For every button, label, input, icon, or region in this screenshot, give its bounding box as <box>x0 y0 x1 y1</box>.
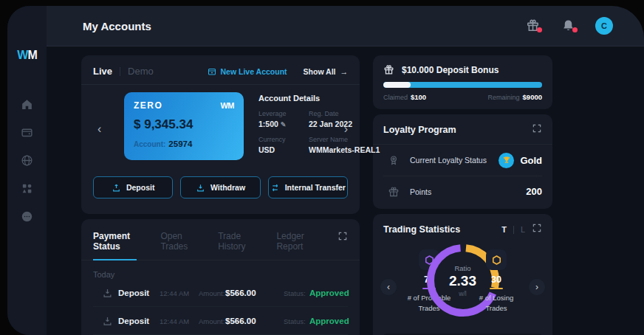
loyalty-panel: Loyalty Program Current Loyalty Status G… <box>373 114 552 209</box>
detail-server-name: Server Name WMMarkets-REAL1 <box>309 136 357 154</box>
claimed-group: Claimed$100 <box>383 93 426 101</box>
logo-letter-w: W <box>17 49 27 61</box>
detail-currency: Currency USD <box>258 136 303 154</box>
home-icon[interactable] <box>21 97 34 111</box>
globe-icon[interactable] <box>21 153 34 167</box>
stats-next-icon[interactable]: › <box>529 279 545 295</box>
toggle-trades[interactable]: T <box>501 225 507 234</box>
toggle-lots[interactable]: L <box>521 225 525 234</box>
detail-label: Server Name <box>309 136 357 143</box>
points-gift-icon <box>388 186 400 198</box>
account-number-row: Account:25974 <box>134 139 234 148</box>
stats-prev-icon[interactable]: ‹ <box>380 279 397 295</box>
tab-payment-status[interactable]: Payment Status <box>93 231 137 260</box>
account-carousel: ‹ ZERO WM $ 9,345.34 Account:25974 Accou… <box>93 91 348 168</box>
hexagon-yellow-icon <box>486 249 507 270</box>
tab-ledger-report[interactable]: Ledger Report <box>276 231 314 259</box>
card-brand-logo: WM <box>220 101 234 110</box>
internal-transfer-button[interactable]: Internal Transfer <box>268 176 348 198</box>
tab-trade-history[interactable]: Trade History <box>218 231 253 259</box>
accounts-header: Live Demo New Live Account Show All → <box>93 66 348 77</box>
transfer-arrows-icon <box>270 183 280 193</box>
claimed-value: $100 <box>411 93 426 101</box>
payment-time: 12:44 AM <box>160 317 189 325</box>
points-value: 200 <box>526 186 542 197</box>
left-column: Live Demo New Live Account Show All → <box>81 55 360 335</box>
main-area: My Accounts C Live Demo <box>47 6 644 335</box>
notifications-bell-icon[interactable] <box>561 18 576 33</box>
wallet-icon[interactable] <box>21 125 34 139</box>
payments-tabs: Payment Status Open Trades Trade History… <box>81 229 360 260</box>
expand-icon[interactable] <box>532 223 542 236</box>
new-account-card-icon <box>208 67 216 76</box>
payment-type: Deposit <box>118 289 149 297</box>
brand-logo[interactable]: WM <box>17 49 36 62</box>
withdraw-button[interactable]: Withdraw <box>180 176 260 198</box>
deposit-bonus-panel: $10.000 Deposit Bonus Claimed$100 Remain… <box>373 55 552 109</box>
status-badge: Approved <box>309 317 349 325</box>
right-column: $10.000 Deposit Bonus Claimed$100 Remain… <box>373 55 552 335</box>
account-details: Account Details Leverage 1:500✎ Reg. Dat… <box>258 94 352 154</box>
claimed-label: Claimed <box>383 94 408 101</box>
amount-value: $566.00 <box>225 289 256 297</box>
sidebar: WM <box>7 6 47 335</box>
withdraw-label: Withdraw <box>210 183 245 192</box>
tab-live[interactable]: Live <box>93 66 112 77</box>
detail-label: Reg. Date <box>309 110 357 117</box>
payment-time: 12:44 AM <box>160 289 189 297</box>
payment-row[interactable]: Deposit 12:44 AM Amount: $566.00 Status:… <box>93 307 348 335</box>
loyalty-points-row: Points 200 <box>383 176 542 207</box>
page-title: My Accounts <box>83 20 505 32</box>
carousel-next-icon[interactable]: › <box>344 123 348 135</box>
tab-open-trades[interactable]: Open Trades <box>160 231 194 259</box>
yellow-rule <box>490 288 503 289</box>
account-details-title: Account Details <box>258 94 352 103</box>
expand-icon[interactable] <box>338 231 348 244</box>
amount-label: Amount: <box>199 289 225 297</box>
account-number-value: 25974 <box>168 139 192 148</box>
medal-icon <box>388 154 400 166</box>
tab-demo[interactable]: Demo <box>128 66 154 77</box>
accounts-panel: Live Demo New Live Account Show All → <box>81 55 360 214</box>
detail-leverage: Leverage 1:500✎ <box>258 110 303 128</box>
content: Live Demo New Live Account Show All → <box>47 46 644 335</box>
deposit-button[interactable]: Deposit <box>93 176 173 198</box>
deposit-label: Deposit <box>126 183 155 192</box>
stats-title: Trading Statistics <box>383 224 495 235</box>
logo-letter-m: M <box>27 49 36 61</box>
carousel-prev-icon[interactable]: ‹ <box>97 123 101 135</box>
account-number-label: Account: <box>134 140 165 148</box>
detail-label: Currency <box>258 136 303 143</box>
losing-trades-label: # of Losing Trades <box>473 293 519 314</box>
edit-leverage-icon[interactable]: ✎ <box>281 121 287 128</box>
new-live-account-button[interactable]: New Live Account <box>208 67 287 76</box>
bonus-title: $10.000 Deposit Bonus <box>402 65 499 75</box>
amount-value: $566.00 <box>225 317 256 325</box>
promotions-gift-icon[interactable] <box>526 18 541 33</box>
status-label: Status: <box>284 317 306 325</box>
status-label: Status: <box>284 289 306 297</box>
detail-label: Leverage <box>258 110 303 117</box>
more-icon[interactable] <box>21 210 34 223</box>
payment-row[interactable]: Deposit 12:44 AM Amount: $566.00 Status:… <box>93 279 348 307</box>
status-badge: Approved <box>309 289 349 297</box>
apps-icon[interactable] <box>21 182 34 195</box>
gold-trophy-badge <box>499 153 514 168</box>
deposit-upload-icon <box>112 183 121 193</box>
detail-value: WMMarkets-REAL1 <box>309 145 357 154</box>
loyalty-status-label: Current Loyalty Status <box>410 156 487 165</box>
user-avatar[interactable]: C <box>595 17 613 35</box>
show-all-link[interactable]: Show All → <box>304 67 348 76</box>
account-card[interactable]: ZERO WM $ 9,345.34 Account:25974 <box>124 92 244 160</box>
remaining-group: Remaining$9000 <box>488 93 542 101</box>
payments-panel: Payment Status Open Trades Trade History… <box>81 219 360 335</box>
account-type-badge: ZERO <box>134 100 162 111</box>
losing-trades-value: 30 <box>467 274 526 285</box>
loyalty-title: Loyalty Program <box>383 125 456 135</box>
expand-icon[interactable] <box>532 123 542 137</box>
tab-separator <box>120 67 120 76</box>
bonus-progress-bar <box>383 82 542 88</box>
internal-transfer-label: Internal Transfer <box>285 183 346 192</box>
points-label: Points <box>410 187 431 196</box>
remaining-label: Remaining <box>488 94 520 101</box>
